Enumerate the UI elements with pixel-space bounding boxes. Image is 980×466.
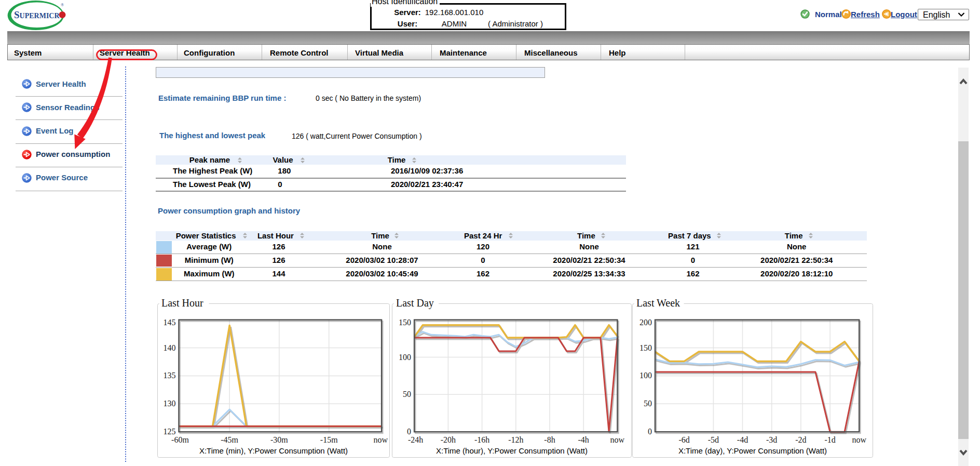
svg-text:-2d: -2d <box>795 435 806 444</box>
svg-text:Last Day: Last Day <box>396 297 434 309</box>
svg-text:140: 140 <box>164 343 176 352</box>
svg-text:130: 130 <box>164 399 176 408</box>
svg-text:-1d: -1d <box>824 435 835 444</box>
svg-text:145: 145 <box>164 318 176 327</box>
svg-text:X:Time (day), Y:Power Consumpt: X:Time (day), Y:Power Consumption (Watt) <box>678 446 827 455</box>
svg-text:-16h: -16h <box>474 435 489 444</box>
svg-text:100: 100 <box>399 353 411 362</box>
svg-text:135: 135 <box>164 371 176 380</box>
svg-text:50: 50 <box>644 399 652 408</box>
svg-text:X:Time (min), Y:Power Consumpt: X:Time (min), Y:Power Consumption (Watt) <box>199 446 348 455</box>
svg-text:now: now <box>610 435 625 444</box>
svg-text:200: 200 <box>639 318 652 327</box>
svg-text:100: 100 <box>639 371 652 380</box>
svg-text:-5d: -5d <box>708 435 719 444</box>
svg-text:0: 0 <box>407 427 411 436</box>
svg-text:-24h: -24h <box>408 435 423 444</box>
svg-text:-30m: -30m <box>270 435 288 444</box>
svg-text:Last Week: Last Week <box>636 297 680 309</box>
svg-text:now: now <box>852 435 866 444</box>
svg-text:now: now <box>373 435 388 444</box>
svg-text:-60m: -60m <box>171 435 189 444</box>
svg-text:SUPERMICR: SUPERMICR <box>14 9 60 20</box>
svg-text:125: 125 <box>164 427 176 436</box>
svg-text:-4h: -4h <box>578 435 589 444</box>
svg-text:-4d: -4d <box>737 435 748 444</box>
svg-text:-6d: -6d <box>679 435 690 444</box>
svg-text:50: 50 <box>403 390 411 398</box>
svg-text:150: 150 <box>639 343 652 352</box>
svg-text:150: 150 <box>399 318 411 327</box>
svg-text:-15m: -15m <box>320 435 338 444</box>
svg-text:-3d: -3d <box>766 435 777 444</box>
svg-text:-12h: -12h <box>508 435 523 444</box>
svg-text:-20h: -20h <box>441 435 456 444</box>
svg-text:®: ® <box>61 3 64 7</box>
svg-text:-8h: -8h <box>544 435 555 444</box>
svg-text:0: 0 <box>648 427 652 436</box>
svg-text:X:Time (hour), Y:Power Consump: X:Time (hour), Y:Power Consumption (Watt… <box>436 446 588 455</box>
svg-text:-45m: -45m <box>221 435 238 444</box>
svg-text:Last Hour: Last Hour <box>161 297 203 309</box>
